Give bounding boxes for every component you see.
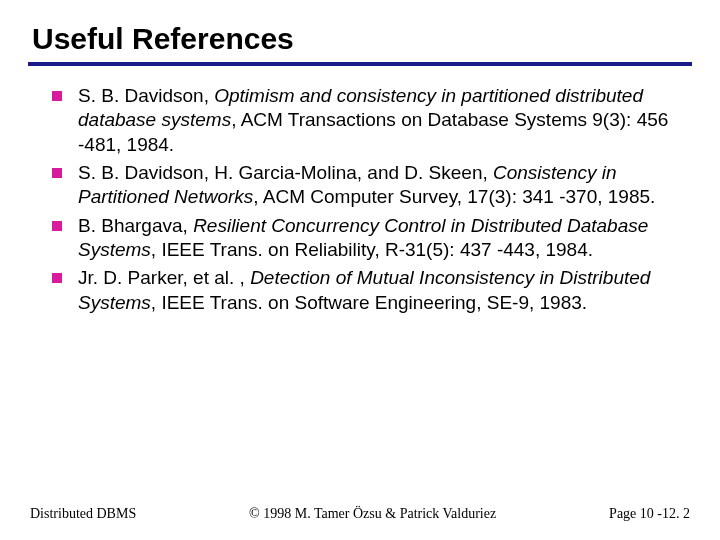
- reference-author: Jr. D. Parker, et al. ,: [78, 267, 250, 288]
- slide-title: Useful References: [32, 22, 692, 56]
- list-item: B. Bhargava, Resilient Concurrency Contr…: [52, 214, 682, 263]
- slide: Useful References S. B. Davidson, Optimi…: [0, 0, 720, 540]
- reference-suffix: , IEEE Trans. on Software Engineering, S…: [151, 292, 587, 313]
- list-item: S. B. Davidson, H. Garcia-Molina, and D.…: [52, 161, 682, 210]
- list-item: Jr. D. Parker, et al. , Detection of Mut…: [52, 266, 682, 315]
- slide-footer: Distributed DBMS © 1998 M. Tamer Özsu & …: [0, 506, 720, 522]
- reference-suffix: , IEEE Trans. on Reliability, R-31(5): 4…: [151, 239, 593, 260]
- reference-author: S. B. Davidson,: [78, 85, 214, 106]
- footer-center: © 1998 M. Tamer Özsu & Patrick Valduriez: [249, 506, 496, 522]
- reference-suffix: , ACM Computer Survey, 17(3): 341 -370, …: [253, 186, 655, 207]
- footer-left: Distributed DBMS: [30, 506, 136, 522]
- title-underline: [28, 62, 692, 66]
- reference-author: S. B. Davidson, H. Garcia-Molina, and D.…: [78, 162, 493, 183]
- reference-list: S. B. Davidson, Optimism and consistency…: [28, 84, 692, 315]
- footer-right: Page 10 -12. 2: [609, 506, 690, 522]
- list-item: S. B. Davidson, Optimism and consistency…: [52, 84, 682, 157]
- reference-author: B. Bhargava,: [78, 215, 193, 236]
